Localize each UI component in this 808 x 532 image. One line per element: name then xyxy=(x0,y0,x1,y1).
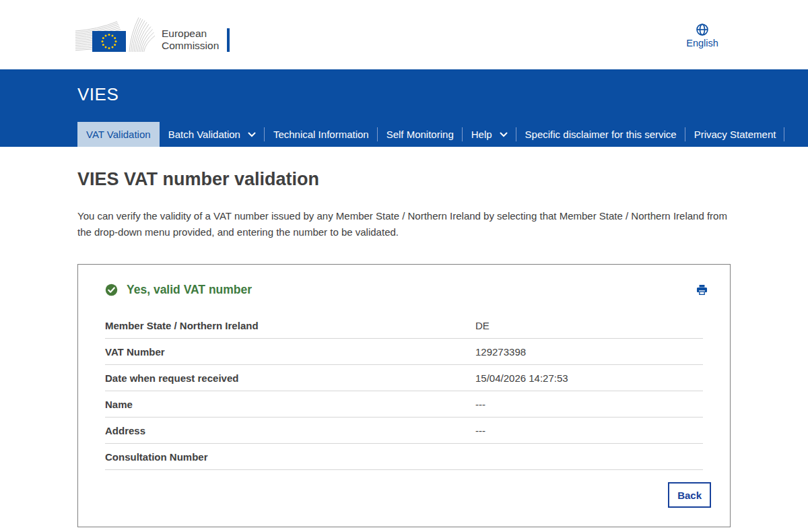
row-value: 129273398 xyxy=(475,346,703,358)
table-row: Address --- xyxy=(105,418,703,444)
row-label: Name xyxy=(105,399,475,410)
validation-result-card: Yes, valid VAT number Member State / Nor… xyxy=(77,264,731,527)
check-circle-icon xyxy=(105,284,118,296)
status: Yes, valid VAT number xyxy=(105,283,252,297)
row-value: 15/04/2026 14:27:53 xyxy=(475,372,703,384)
chevron-down-icon xyxy=(248,132,256,137)
nav-batch-validation[interactable]: Batch Validation xyxy=(160,122,265,147)
logo-text-line2: Commission xyxy=(162,40,219,51)
main-content: VIES VAT number validation You can verif… xyxy=(0,147,808,527)
language-label: English xyxy=(679,38,726,48)
ec-logo-graphic: European Commission xyxy=(75,16,230,54)
row-value: --- xyxy=(475,425,703,436)
app-title: VIES xyxy=(77,84,119,105)
nav-specific-disclaimer[interactable]: Specific disclaimer for this service xyxy=(516,122,685,147)
nav-technical-information-label: Technical Information xyxy=(273,129,369,140)
row-label: Member State / Northern Ireland xyxy=(105,320,475,331)
row-label: Date when request received xyxy=(105,372,475,384)
result-header: Yes, valid VAT number xyxy=(78,265,730,298)
row-label: VAT Number xyxy=(105,346,475,358)
nav-self-monitoring-label: Self Monitoring xyxy=(386,129,454,140)
result-footer: Back xyxy=(78,470,730,527)
nav-vat-validation-label: VAT Validation xyxy=(86,129,151,140)
page-title: VIES VAT number validation xyxy=(77,169,731,190)
nav-privacy-statement-label: Privacy Statement xyxy=(694,129,776,140)
row-value: --- xyxy=(475,399,703,410)
print-button[interactable] xyxy=(694,282,710,298)
nav-batch-validation-label: Batch Validation xyxy=(168,129,240,140)
table-row: Member State / Northern Ireland DE xyxy=(105,312,703,339)
nav-help[interactable]: Help xyxy=(463,122,516,147)
row-value: DE xyxy=(475,320,703,331)
logo-text-line1: European xyxy=(162,28,207,39)
nav-technical-information[interactable]: Technical Information xyxy=(265,122,378,147)
app-banner: VIES VAT Validation Batch Validation Tec… xyxy=(0,69,808,147)
nav-help-label: Help xyxy=(471,129,492,140)
main-nav: VAT Validation Batch Validation Technica… xyxy=(77,122,784,147)
nav-vat-validation[interactable]: VAT Validation xyxy=(77,122,160,147)
status-text: Yes, valid VAT number xyxy=(127,283,252,297)
language-selector[interactable]: English xyxy=(679,23,726,48)
row-label: Consultation Number xyxy=(105,451,475,463)
nav-self-monitoring[interactable]: Self Monitoring xyxy=(378,122,463,147)
back-button[interactable]: Back xyxy=(668,482,711,508)
intro-text: You can verify the validity of a VAT num… xyxy=(77,208,729,240)
table-row: VAT Number 129273398 xyxy=(105,339,703,365)
table-row: Consultation Number xyxy=(105,444,703,470)
chevron-down-icon xyxy=(500,132,508,137)
nav-specific-disclaimer-label: Specific disclaimer for this service xyxy=(525,129,677,140)
printer-icon xyxy=(696,284,708,296)
table-row: Date when request received 15/04/2026 14… xyxy=(105,365,703,391)
row-label: Address xyxy=(105,425,475,436)
european-commission-logo[interactable]: European Commission xyxy=(75,16,230,57)
result-table: Member State / Northern Ireland DE VAT N… xyxy=(105,312,703,470)
site-header: European Commission English xyxy=(0,0,808,69)
globe-icon xyxy=(696,23,709,36)
nav-privacy-statement[interactable]: Privacy Statement xyxy=(685,122,785,147)
logo-blue-bar xyxy=(227,28,230,52)
table-row: Name --- xyxy=(105,391,703,418)
